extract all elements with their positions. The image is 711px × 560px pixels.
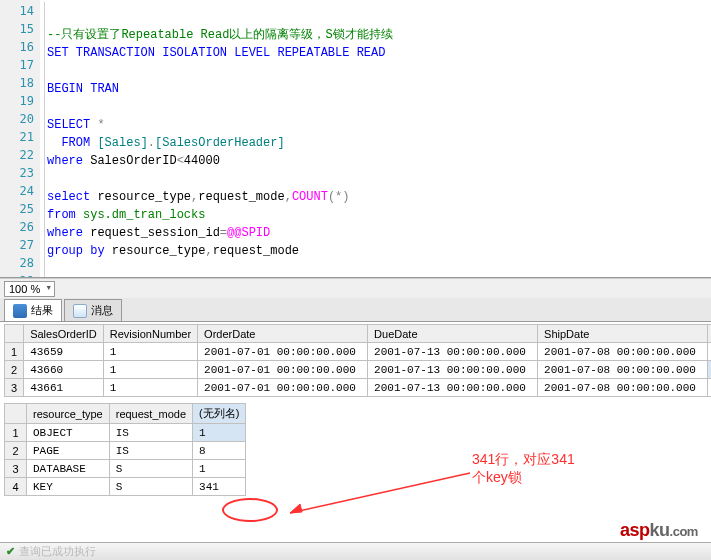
cell: 2001-07-13 00:00:00.000 — [368, 343, 538, 361]
col-header[interactable]: request_mode — [109, 404, 192, 424]
code-token: request_mode — [213, 244, 299, 258]
code-token: (*) — [328, 190, 350, 204]
cell: DATABASE — [27, 460, 110, 478]
zoom-dropdown[interactable]: 100 % — [4, 281, 55, 297]
svg-marker-1 — [290, 504, 302, 513]
cell-selected: 5 — [708, 361, 711, 379]
code-token: SalesOrderID — [83, 154, 177, 168]
code-token: < — [177, 154, 184, 168]
col-header[interactable]: resource_type — [27, 404, 110, 424]
cell: KEY — [27, 478, 110, 496]
row-number: 1 — [5, 424, 27, 442]
cell: 2001-07-01 00:00:00.000 — [198, 343, 368, 361]
row-header-blank[interactable] — [5, 325, 24, 343]
table-row[interactable]: 14365912001-07-01 00:00:00.0002001-07-13… — [5, 343, 712, 361]
watermark-brand: asp — [620, 520, 650, 540]
row-number: 4 — [5, 478, 27, 496]
cell: IS — [109, 424, 192, 442]
tab-label: 结果 — [31, 303, 53, 318]
cell: 2001-07-08 00:00:00.000 — [538, 343, 708, 361]
tab-messages[interactable]: 消息 — [64, 299, 122, 321]
cell: 1 — [103, 343, 197, 361]
results-tabs: 结果 消息 — [0, 298, 711, 322]
code-token: 44000 — [184, 154, 220, 168]
cell: S — [109, 478, 192, 496]
cell: IS — [109, 442, 192, 460]
cell-selected: 1 — [193, 424, 246, 442]
cell: 1 — [103, 361, 197, 379]
cell: 43659 — [24, 343, 104, 361]
svg-line-0 — [290, 473, 470, 513]
cell: 2001-07-13 00:00:00.000 — [368, 361, 538, 379]
annotation-circle — [222, 498, 278, 522]
line-gutter: 14 15 16 17 18 19 20 21 22 23 24 25 26 2… — [0, 0, 40, 277]
cell: 5 — [708, 343, 711, 361]
check-icon: ✔ — [6, 545, 15, 558]
code-token: SET TRANSACTION ISOLATION LEVEL REPEATAB… — [47, 46, 385, 60]
code-token: request_mode — [198, 190, 284, 204]
messages-icon — [73, 304, 87, 318]
annotation-text: 341行，对应341 个key锁 — [472, 450, 575, 486]
code-token: BEGIN TRAN — [47, 82, 119, 96]
tab-results[interactable]: 结果 — [4, 299, 62, 321]
row-number: 2 — [5, 361, 24, 379]
cell: 2001-07-08 00:00:00.000 — [538, 361, 708, 379]
table-row[interactable]: 4KEYS341 — [5, 478, 246, 496]
status-bar: ✔ 查询已成功执行 — [0, 542, 711, 560]
cell: 2001-07-01 00:00:00.000 — [198, 361, 368, 379]
code-token: resource_type — [105, 244, 206, 258]
col-header[interactable]: SalesOrderID — [24, 325, 104, 343]
watermark-suffix: .com — [670, 524, 698, 539]
cell: PAGE — [27, 442, 110, 460]
annotation-line: 341行，对应341 — [472, 450, 575, 468]
col-header[interactable]: OrderDate — [198, 325, 368, 343]
watermark-brand: ku — [650, 520, 670, 540]
col-header[interactable]: St... — [708, 325, 711, 343]
cell: 1 — [193, 460, 246, 478]
code-token: , — [285, 190, 292, 204]
code-area[interactable]: --只有设置了Repeatable Read以上的隔离等级，S锁才能持续 SET… — [40, 0, 711, 277]
results-table-1[interactable]: SalesOrderID RevisionNumber OrderDate Du… — [4, 324, 711, 397]
cell: 43661 — [24, 379, 104, 397]
zoom-bar: 100 % — [0, 278, 711, 298]
grid-icon — [13, 304, 27, 318]
code-token: where — [47, 154, 83, 168]
table-row[interactable]: 34366112001-07-01 00:00:00.0002001-07-13… — [5, 379, 712, 397]
cell: 8 — [193, 442, 246, 460]
sql-editor[interactable]: 14 15 16 17 18 19 20 21 22 23 24 25 26 2… — [0, 0, 711, 278]
row-number: 3 — [5, 460, 27, 478]
row-number: 2 — [5, 442, 27, 460]
cell: S — [109, 460, 192, 478]
cell: 43660 — [24, 361, 104, 379]
cell: 2001-07-13 00:00:00.000 — [368, 379, 538, 397]
tab-label: 消息 — [91, 303, 113, 318]
col-header[interactable]: ShipDate — [538, 325, 708, 343]
annotation-arrow — [280, 468, 480, 528]
cell: 2001-07-08 00:00:00.000 — [538, 379, 708, 397]
code-token: by — [83, 244, 105, 258]
col-header[interactable]: (无列名) — [193, 404, 246, 424]
row-number: 1 — [5, 343, 24, 361]
cell: 5 — [708, 379, 711, 397]
results-table-2[interactable]: resource_type request_mode (无列名) 1OBJECT… — [4, 403, 246, 496]
code-token: , — [205, 244, 212, 258]
status-text: 查询已成功执行 — [19, 544, 96, 559]
table-row[interactable]: 1OBJECTIS1 — [5, 424, 246, 442]
row-number: 3 — [5, 379, 24, 397]
cell: 2001-07-01 00:00:00.000 — [198, 379, 368, 397]
col-header[interactable]: DueDate — [368, 325, 538, 343]
row-header-blank[interactable] — [5, 404, 27, 424]
cell: 341 — [193, 478, 246, 496]
code-token: COUNT — [292, 190, 328, 204]
table-row[interactable]: 2PAGEIS8 — [5, 442, 246, 460]
cell: 1 — [103, 379, 197, 397]
table-row[interactable]: 3DATABASES1 — [5, 460, 246, 478]
cell: OBJECT — [27, 424, 110, 442]
annotation-line: 个key锁 — [472, 468, 575, 486]
col-header[interactable]: RevisionNumber — [103, 325, 197, 343]
table-row[interactable]: 24366012001-07-01 00:00:00.0002001-07-13… — [5, 361, 712, 379]
code-token: group — [47, 244, 83, 258]
